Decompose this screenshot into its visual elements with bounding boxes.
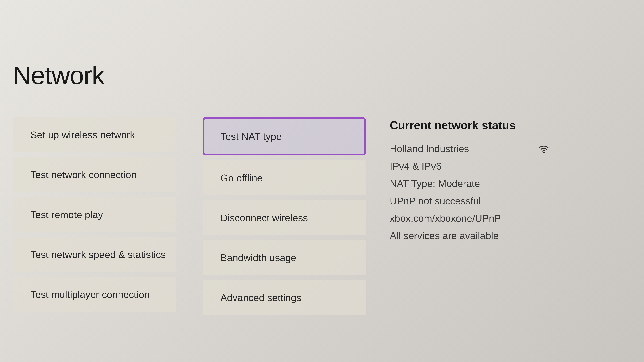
disconnect-wireless-button[interactable]: Disconnect wireless — [203, 200, 366, 235]
button-label: Test remote play — [30, 209, 103, 220]
status-services-row: All services are available — [390, 230, 550, 241]
go-offline-button[interactable]: Go offline — [203, 160, 366, 195]
test-remote-play-button[interactable]: Test remote play — [13, 197, 176, 232]
test-network-connection-button[interactable]: Test network connection — [13, 157, 176, 192]
test-network-speed-button[interactable]: Test network speed & statistics — [13, 237, 176, 272]
status-nat: NAT Type: Moderate — [390, 178, 480, 189]
svg-point-0 — [543, 152, 544, 153]
status-upnp: UPnP not successful — [390, 195, 481, 207]
test-nat-type-button[interactable]: Test NAT type — [203, 117, 366, 155]
status-ip-row: IPv4 & IPv6 — [390, 160, 550, 172]
setup-wireless-button[interactable]: Set up wireless network — [13, 117, 176, 152]
button-label: Test network connection — [30, 169, 136, 180]
status-ssid: Holland Industries — [390, 143, 469, 154]
wifi-icon — [538, 144, 550, 153]
status-ssid-row: Holland Industries — [390, 143, 550, 154]
button-label: Go offline — [220, 172, 262, 184]
bandwidth-usage-button[interactable]: Bandwidth usage — [203, 240, 366, 275]
status-ip: IPv4 & IPv6 — [390, 160, 442, 172]
status-upnp-url: xbox.com/xboxone/UPnP — [390, 213, 501, 224]
status-services: All services are available — [390, 230, 499, 241]
status-upnp-row: UPnP not successful — [390, 195, 550, 207]
button-label: Set up wireless network — [30, 129, 135, 140]
button-label: Advanced settings — [220, 292, 302, 303]
status-upnp-url-row: xbox.com/xboxone/UPnP — [390, 213, 550, 224]
column-1: Set up wireless network Test network con… — [13, 117, 176, 315]
status-title: Current network status — [390, 119, 550, 132]
button-label: Bandwidth usage — [220, 252, 296, 263]
button-label: Test multiplayer connection — [30, 289, 150, 300]
content-area: Set up wireless network Test network con… — [13, 117, 631, 315]
network-status-panel: Current network status Holland Industrie… — [390, 117, 550, 315]
column-2: Test NAT type Go offline Disconnect wire… — [203, 117, 366, 315]
status-nat-row: NAT Type: Moderate — [390, 178, 550, 189]
button-columns: Set up wireless network Test network con… — [13, 117, 366, 315]
test-multiplayer-button[interactable]: Test multiplayer connection — [13, 277, 176, 312]
network-settings-page: Network Set up wireless network Test net… — [0, 0, 644, 315]
button-label: Test network speed & statistics — [30, 249, 166, 260]
advanced-settings-button[interactable]: Advanced settings — [203, 280, 366, 315]
button-label: Disconnect wireless — [220, 212, 308, 223]
button-label: Test NAT type — [220, 131, 282, 142]
page-title: Network — [13, 61, 631, 90]
